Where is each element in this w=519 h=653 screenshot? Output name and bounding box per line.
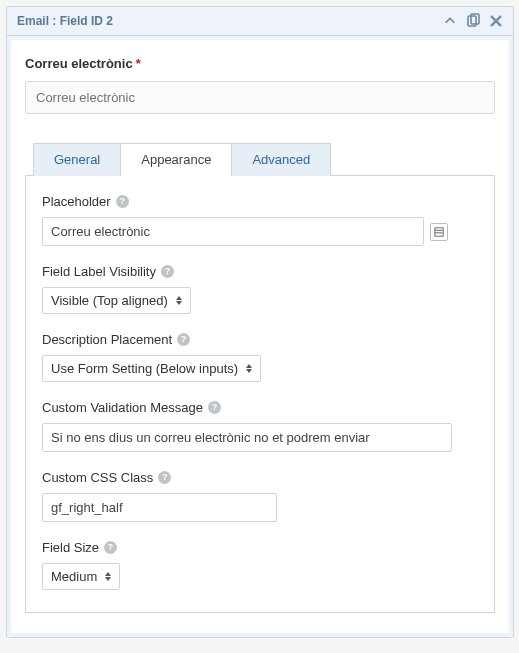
merge-tags-icon[interactable]	[430, 223, 448, 241]
panel-body: Correu electrònic* General Appearance Ad…	[11, 40, 509, 633]
size-label: Field Size	[42, 540, 99, 555]
select-caret-icon	[176, 296, 182, 305]
visibility-label: Field Label Visibility	[42, 264, 156, 279]
select-caret-icon	[246, 364, 252, 373]
visibility-row: Field Label Visibility ? Visible (Top al…	[42, 264, 478, 314]
desc-placement-row: Description Placement ? Use Form Setting…	[42, 332, 478, 382]
field-settings-panel: Email : Field ID 2 Correu electrònic* Ge…	[6, 6, 514, 638]
visibility-value: Visible (Top aligned)	[51, 293, 168, 308]
field-label: Correu electrònic	[25, 56, 133, 71]
size-select[interactable]: Medium	[42, 563, 120, 590]
select-caret-icon	[105, 572, 111, 581]
visibility-label-row: Field Label Visibility ?	[42, 264, 478, 279]
desc-placement-value: Use Form Setting (Below inputs)	[51, 361, 238, 376]
validation-label: Custom Validation Message	[42, 400, 203, 415]
help-icon[interactable]: ?	[104, 541, 117, 554]
help-icon[interactable]: ?	[158, 471, 171, 484]
tab-appearance[interactable]: Appearance	[120, 143, 232, 176]
placeholder-input[interactable]	[42, 217, 424, 246]
size-row: Field Size ? Medium	[42, 540, 478, 590]
tab-content-appearance: Placeholder ? Field Label Visibility ? V…	[25, 176, 495, 613]
validation-row: Custom Validation Message ?	[42, 400, 478, 452]
css-label-row: Custom CSS Class ?	[42, 470, 478, 485]
help-icon[interactable]: ?	[161, 265, 174, 278]
collapse-icon[interactable]	[443, 14, 457, 28]
close-icon[interactable]	[489, 14, 503, 28]
desc-placement-select[interactable]: Use Form Setting (Below inputs)	[42, 355, 261, 382]
panel-actions	[443, 13, 503, 29]
help-icon[interactable]: ?	[208, 401, 221, 414]
help-icon[interactable]: ?	[116, 195, 129, 208]
placeholder-label: Placeholder	[42, 194, 111, 209]
placeholder-row: Placeholder ?	[42, 194, 478, 246]
svg-rect-2	[435, 227, 443, 235]
panel-title: Email : Field ID 2	[17, 14, 113, 28]
panel-header: Email : Field ID 2	[7, 7, 513, 36]
desc-placement-label: Description Placement	[42, 332, 172, 347]
tab-general[interactable]: General	[33, 143, 121, 176]
required-indicator: *	[136, 56, 141, 71]
size-value: Medium	[51, 569, 97, 584]
validation-input[interactable]	[42, 423, 452, 452]
desc-placement-label-row: Description Placement ?	[42, 332, 478, 347]
size-label-row: Field Size ?	[42, 540, 478, 555]
settings-tabs: General Appearance Advanced	[25, 142, 495, 176]
help-icon[interactable]: ?	[177, 333, 190, 346]
css-row: Custom CSS Class ?	[42, 470, 478, 522]
field-label-row: Correu electrònic*	[25, 56, 495, 71]
css-label: Custom CSS Class	[42, 470, 153, 485]
css-class-input[interactable]	[42, 493, 277, 522]
tab-advanced[interactable]: Advanced	[231, 143, 331, 176]
duplicate-icon[interactable]	[465, 13, 481, 29]
validation-label-row: Custom Validation Message ?	[42, 400, 478, 415]
field-preview-input[interactable]	[25, 81, 495, 114]
visibility-select[interactable]: Visible (Top aligned)	[42, 287, 191, 314]
placeholder-label-row: Placeholder ?	[42, 194, 478, 209]
